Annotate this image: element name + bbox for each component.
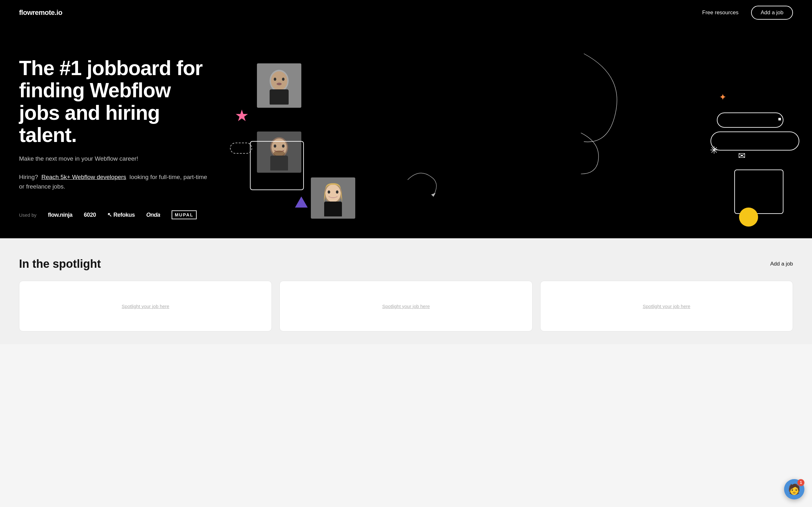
dot-decoration — [778, 118, 781, 120]
spotlight-section: In the spotlight Add a job Spotlight you… — [0, 238, 812, 344]
spotlight-card-2-label[interactable]: Spotlight your job here — [382, 303, 430, 309]
svg-marker-0 — [431, 193, 436, 197]
hero-section: The #1 jobboard for finding Webflow jobs… — [0, 25, 812, 238]
svg-point-16 — [336, 190, 339, 193]
add-job-button[interactable]: Add a job — [751, 6, 793, 20]
starburst-decoration: ✳ — [710, 144, 718, 156]
svg-point-4 — [282, 78, 285, 81]
dashed-oval-decoration — [230, 143, 252, 154]
free-resources-link[interactable]: Free resources — [702, 9, 739, 16]
envelope-decoration: ✉ — [738, 151, 745, 161]
hero-decorative: ★ ✦ — [222, 51, 793, 209]
svg-rect-6 — [270, 89, 289, 105]
logo[interactable]: flowremote.io — [19, 9, 62, 17]
logo-mupal: MUPAL — [171, 210, 197, 219]
hero-svg-decoration — [222, 51, 793, 209]
logo-flow-ninja: flow.ninja — [48, 212, 72, 218]
pink-star-decoration: ★ — [235, 108, 254, 127]
svg-point-5 — [276, 83, 282, 85]
logo-onda: Onda — [146, 212, 160, 218]
square-outline1-decoration — [250, 141, 304, 190]
nav-right: Free resources Add a job — [702, 6, 793, 20]
person3-photo — [311, 177, 355, 219]
hero-title: The #1 jobboard for finding Webflow jobs… — [19, 57, 209, 147]
svg-point-15 — [328, 190, 330, 193]
spotlight-cards-grid: Spotlight your job here Spotlight your j… — [19, 281, 793, 331]
hero-left: The #1 jobboard for finding Webflow jobs… — [19, 51, 209, 219]
hero-subtitle: Make the next move in your Webflow caree… — [19, 155, 209, 162]
spotlight-card-1-label[interactable]: Spotlight your job here — [122, 303, 169, 309]
logo-6020: 6020 — [84, 212, 96, 218]
spotlight-card-3-label[interactable]: Spotlight your job here — [643, 303, 690, 309]
navbar: flowremote.io Free resources Add a job — [0, 0, 812, 25]
svg-point-3 — [274, 78, 276, 81]
spotlight-card-1[interactable]: Spotlight your job here — [19, 281, 272, 331]
square-outline2-decoration — [734, 170, 783, 214]
logo-list: flow.ninja 6020 ↖ Refokus Onda MUPAL — [48, 210, 197, 219]
person1-photo — [257, 63, 301, 108]
spotlight-card-3[interactable]: Spotlight your job here — [540, 281, 793, 331]
pill-outline-decoration — [717, 112, 783, 128]
yellow-circle-decoration — [739, 208, 758, 227]
logo-refokus: ↖ Refokus — [107, 211, 135, 218]
used-by-label: Used by — [19, 212, 37, 218]
hiring-link[interactable]: Reach 5k+ Webflow developers — [41, 174, 126, 180]
spotlight-header: In the spotlight Add a job — [19, 257, 793, 271]
oval-outline-decoration — [711, 131, 799, 151]
hiring-prefix: Hiring? — [19, 174, 38, 180]
purple-triangle-decoration — [295, 196, 308, 208]
svg-rect-17 — [324, 202, 342, 216]
hero-hiring: Hiring? Reach 5k+ Webflow developers loo… — [19, 172, 209, 192]
spotlight-card-2[interactable]: Spotlight your job here — [280, 281, 532, 331]
spotlight-add-job-link[interactable]: Add a job — [770, 261, 793, 267]
orange-plus-decoration: ✦ — [719, 92, 726, 102]
svg-point-14 — [325, 184, 341, 202]
svg-point-2 — [271, 71, 287, 90]
spotlight-title: In the spotlight — [19, 257, 101, 271]
used-by-section: Used by flow.ninja 6020 ↖ Refokus Onda M… — [19, 210, 209, 219]
